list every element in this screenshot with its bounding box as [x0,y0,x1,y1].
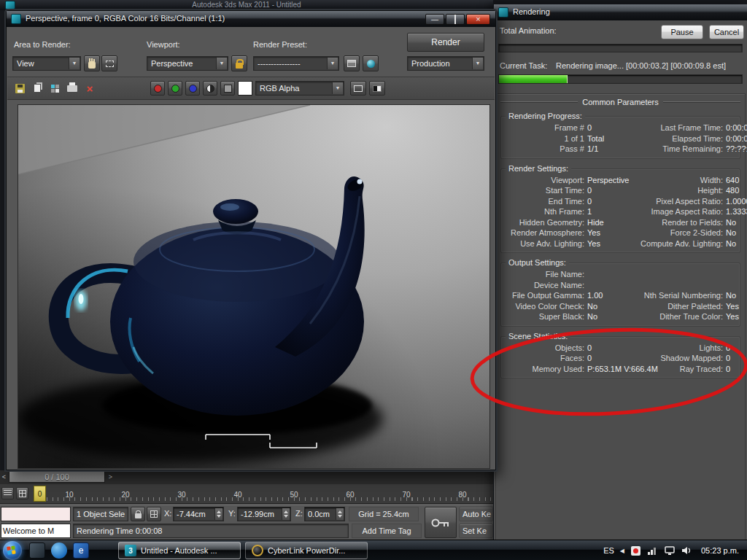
windows-logo-icon [7,545,18,556]
render-preset-value: ---------------- [258,59,301,68]
z-coordinate-field[interactable]: 0.0cm [304,507,345,521]
layout-toggle-button[interactable] [350,81,366,96]
area-to-render-dropdown[interactable]: View ▼ [12,56,81,71]
time-slider[interactable]: 0 / 100 [9,471,105,483]
render-preset-dropdown[interactable]: ---------------- ▼ [253,56,339,71]
param-value: Yes [726,301,739,312]
taskbar-clock[interactable]: 05:23 p.m. [697,546,743,555]
param-label: Shadow Mapped: [637,353,723,364]
auto-key-button[interactable]: Auto Ke [459,507,493,521]
language-indicator[interactable]: ES [603,546,614,555]
quicklaunch-icon-browser[interactable]: e [73,542,89,559]
cancel-button[interactable]: Cancel [709,25,744,39]
background-app-title: Autodesk 3ds Max 2011 - Untitled [192,1,301,9]
rfw-titlebar[interactable]: Perspective, frame 0, RGBA Color 16 Bits… [7,11,495,27]
render-button[interactable]: Render [407,33,484,52]
open-mini-curve-editor-button[interactable] [1,487,14,499]
param-value: No [726,228,738,238]
maxscript-mini-listener[interactable] [1,507,71,521]
pan-hand-button[interactable] [84,55,100,71]
divider [500,101,578,103]
alpha-channel-button[interactable] [220,81,235,96]
z-spinner[interactable] [336,508,344,520]
viewport-lock-button[interactable] [231,55,247,71]
environment-button[interactable] [363,55,379,71]
param-value: 0:00:00 [726,133,747,144]
param-label: Video Color Check: [503,301,584,312]
pause-button[interactable]: Pause [661,25,703,39]
viewport-dropdown[interactable]: Perspective ▼ [147,56,228,71]
param-label: Compute Adv. Lighting: [637,238,723,249]
chevron-down-icon[interactable]: ▼ [327,58,338,69]
set-key-button[interactable]: Set Ke [459,524,493,538]
rendering-dialog-icon [498,7,508,18]
param-row: End Time:0Pixel Aspect Ratio:1.00000 [503,196,738,207]
total-animation-progressbar [498,44,743,52]
printer-icon [67,85,77,92]
print-image-button[interactable] [64,80,80,96]
curves-icon [4,490,12,497]
hidden-icons-chevron[interactable]: ◀ [620,548,624,554]
ruler-tick-label: 40 [233,491,241,499]
close-button[interactable]: × [466,14,490,25]
clone-window-button[interactable] [47,80,63,96]
render-setup-icon [347,60,356,67]
y-coordinate-field[interactable]: -12.99cm [237,507,291,521]
copy-image-button[interactable] [29,80,45,96]
maxscript-listener-line[interactable]: Welcome to M [1,524,71,538]
param-row: Use Adv. Lighting:YesCompute Adv. Lighti… [503,238,738,249]
chevron-down-icon[interactable]: ▼ [216,58,227,69]
param-row: Start Time:0Height:480 [503,185,738,196]
show-keys-button[interactable] [16,487,28,499]
quicklaunch-icon-app[interactable] [29,542,45,559]
add-time-tag[interactable]: Add Time Tag [352,524,422,538]
clear-image-button[interactable]: × [82,80,98,96]
maximize-button[interactable] [446,14,465,25]
tray-icon-app[interactable] [630,546,641,556]
tray-icon-display[interactable] [664,546,675,556]
split-display-button[interactable] [369,81,385,96]
taskbar-task-cyberlink[interactable]: CyberLink PowerDir... [245,542,368,559]
channel-display-dropdown[interactable]: RGB Alpha ▼ [255,81,344,96]
tray-icon-volume[interactable] [681,546,692,556]
monochrome-button[interactable] [203,81,217,96]
cyberlink-icon [252,545,263,556]
x-coordinate-field[interactable]: -7.44cm [173,507,224,521]
max-app-icon [5,1,15,9]
render-setup-button[interactable] [344,55,360,71]
time-prev-button[interactable]: < [0,472,8,483]
save-image-button[interactable] [12,80,28,96]
param-label: 1 of 1 [503,133,584,144]
rendering-dialog-titlebar[interactable]: Rendering [494,4,747,20]
start-button[interactable] [3,541,22,560]
chevron-down-icon[interactable]: ▼ [472,58,483,69]
param-value: Yes [587,238,634,249]
edit-region-button[interactable] [101,55,117,71]
minimize-button[interactable]: — [425,14,444,25]
red-channel-button[interactable] [150,81,165,96]
render-mode-dropdown[interactable]: Production ▼ [407,56,484,71]
taskbar-task-3dsmax[interactable]: 3 Untitled - Autodesk ... [118,542,241,559]
param-label: Viewport: [503,175,584,186]
selection-lock-button[interactable] [131,507,145,521]
blue-channel-button[interactable] [185,81,200,96]
time-next-button[interactable]: > [107,472,115,483]
x-spinner[interactable] [214,508,222,520]
y-spinner[interactable] [282,508,290,520]
coord-mode-button[interactable] [147,507,161,521]
track-bar[interactable]: 10 20 30 40 50 60 70 80 0 [0,484,493,504]
tray-icon-network[interactable] [647,546,658,556]
rollout-header[interactable]: Common Parameters [500,98,740,106]
green-channel-button[interactable] [168,81,182,96]
param-label: Start Time: [503,185,584,196]
set-keys-button[interactable] [425,507,457,538]
color-swatch[interactable] [238,81,252,96]
param-value: Yes [726,311,739,322]
rendered-frame-window: Perspective, frame 0, RGBA Color 16 Bits… [6,10,496,470]
chevron-down-icon[interactable]: ▼ [69,58,80,69]
time-slider-thumb[interactable]: 0 [34,486,46,502]
add-time-tag-label: Add Time Tag [362,526,411,535]
chevron-down-icon[interactable]: ▼ [332,82,343,94]
viewport-value: Perspective [151,59,193,68]
quicklaunch-icon-media[interactable] [51,542,67,559]
